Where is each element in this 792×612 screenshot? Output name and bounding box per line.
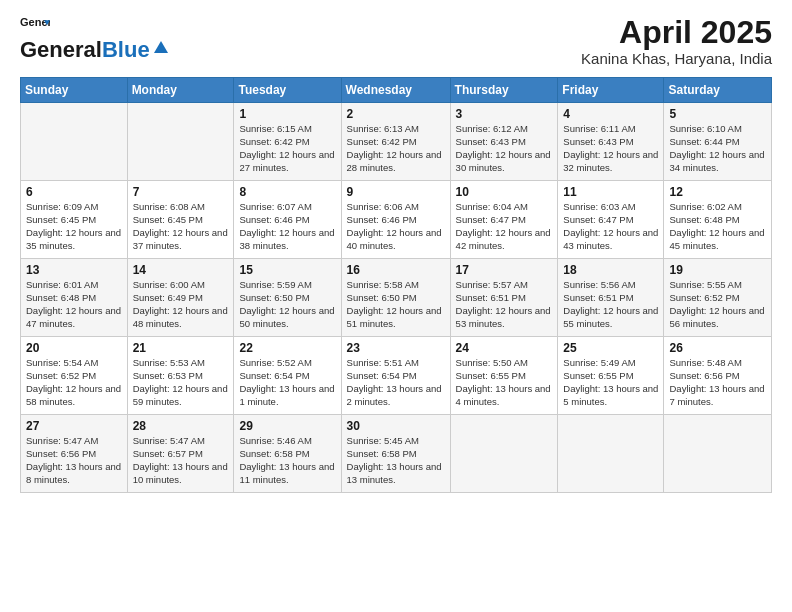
calendar-table: SundayMondayTuesdayWednesdayThursdayFrid… bbox=[20, 77, 772, 493]
logo-general: General bbox=[20, 37, 102, 63]
calendar-cell bbox=[664, 415, 772, 493]
day-info: Sunrise: 5:58 AM Sunset: 6:50 PM Dayligh… bbox=[347, 279, 445, 330]
day-number: 18 bbox=[563, 263, 658, 277]
day-info: Sunrise: 5:57 AM Sunset: 6:51 PM Dayligh… bbox=[456, 279, 553, 330]
day-info: Sunrise: 6:06 AM Sunset: 6:46 PM Dayligh… bbox=[347, 201, 445, 252]
calendar-cell: 16Sunrise: 5:58 AM Sunset: 6:50 PM Dayli… bbox=[341, 259, 450, 337]
day-number: 28 bbox=[133, 419, 229, 433]
day-info: Sunrise: 6:02 AM Sunset: 6:48 PM Dayligh… bbox=[669, 201, 766, 252]
day-number: 13 bbox=[26, 263, 122, 277]
calendar-cell: 26Sunrise: 5:48 AM Sunset: 6:56 PM Dayli… bbox=[664, 337, 772, 415]
day-info: Sunrise: 5:56 AM Sunset: 6:51 PM Dayligh… bbox=[563, 279, 658, 330]
day-number: 20 bbox=[26, 341, 122, 355]
day-number: 27 bbox=[26, 419, 122, 433]
calendar-header-row: SundayMondayTuesdayWednesdayThursdayFrid… bbox=[21, 78, 772, 103]
calendar-cell: 21Sunrise: 5:53 AM Sunset: 6:53 PM Dayli… bbox=[127, 337, 234, 415]
calendar-cell: 20Sunrise: 5:54 AM Sunset: 6:52 PM Dayli… bbox=[21, 337, 128, 415]
day-number: 16 bbox=[347, 263, 445, 277]
title-area: April 2025 Kanina Khas, Haryana, India bbox=[581, 15, 772, 67]
calendar-cell bbox=[21, 103, 128, 181]
calendar-cell: 3Sunrise: 6:12 AM Sunset: 6:43 PM Daylig… bbox=[450, 103, 558, 181]
calendar-cell bbox=[127, 103, 234, 181]
calendar-header-tuesday: Tuesday bbox=[234, 78, 341, 103]
calendar-cell: 6Sunrise: 6:09 AM Sunset: 6:45 PM Daylig… bbox=[21, 181, 128, 259]
calendar-header-friday: Friday bbox=[558, 78, 664, 103]
day-info: Sunrise: 6:07 AM Sunset: 6:46 PM Dayligh… bbox=[239, 201, 335, 252]
calendar-header-wednesday: Wednesday bbox=[341, 78, 450, 103]
day-number: 25 bbox=[563, 341, 658, 355]
day-number: 14 bbox=[133, 263, 229, 277]
day-info: Sunrise: 5:47 AM Sunset: 6:56 PM Dayligh… bbox=[26, 435, 122, 486]
day-number: 23 bbox=[347, 341, 445, 355]
day-number: 30 bbox=[347, 419, 445, 433]
calendar-header-thursday: Thursday bbox=[450, 78, 558, 103]
calendar-week-row: 27Sunrise: 5:47 AM Sunset: 6:56 PM Dayli… bbox=[21, 415, 772, 493]
day-info: Sunrise: 5:54 AM Sunset: 6:52 PM Dayligh… bbox=[26, 357, 122, 408]
calendar-cell: 27Sunrise: 5:47 AM Sunset: 6:56 PM Dayli… bbox=[21, 415, 128, 493]
calendar-cell: 8Sunrise: 6:07 AM Sunset: 6:46 PM Daylig… bbox=[234, 181, 341, 259]
calendar-cell: 14Sunrise: 6:00 AM Sunset: 6:49 PM Dayli… bbox=[127, 259, 234, 337]
logo-triangle-icon bbox=[152, 39, 170, 57]
day-info: Sunrise: 5:51 AM Sunset: 6:54 PM Dayligh… bbox=[347, 357, 445, 408]
day-number: 15 bbox=[239, 263, 335, 277]
day-info: Sunrise: 5:48 AM Sunset: 6:56 PM Dayligh… bbox=[669, 357, 766, 408]
calendar-cell: 5Sunrise: 6:10 AM Sunset: 6:44 PM Daylig… bbox=[664, 103, 772, 181]
day-number: 1 bbox=[239, 107, 335, 121]
calendar-cell: 12Sunrise: 6:02 AM Sunset: 6:48 PM Dayli… bbox=[664, 181, 772, 259]
day-number: 8 bbox=[239, 185, 335, 199]
day-info: Sunrise: 6:15 AM Sunset: 6:42 PM Dayligh… bbox=[239, 123, 335, 174]
page: General GeneralBlue April 2025 Kanina Kh… bbox=[0, 0, 792, 612]
day-number: 24 bbox=[456, 341, 553, 355]
calendar-header-saturday: Saturday bbox=[664, 78, 772, 103]
calendar-week-row: 6Sunrise: 6:09 AM Sunset: 6:45 PM Daylig… bbox=[21, 181, 772, 259]
day-number: 22 bbox=[239, 341, 335, 355]
day-number: 11 bbox=[563, 185, 658, 199]
calendar-cell: 7Sunrise: 6:08 AM Sunset: 6:45 PM Daylig… bbox=[127, 181, 234, 259]
logo-blue: Blue bbox=[102, 37, 150, 63]
day-info: Sunrise: 6:08 AM Sunset: 6:45 PM Dayligh… bbox=[133, 201, 229, 252]
day-info: Sunrise: 6:03 AM Sunset: 6:47 PM Dayligh… bbox=[563, 201, 658, 252]
calendar-cell: 28Sunrise: 5:47 AM Sunset: 6:57 PM Dayli… bbox=[127, 415, 234, 493]
day-info: Sunrise: 5:49 AM Sunset: 6:55 PM Dayligh… bbox=[563, 357, 658, 408]
day-number: 3 bbox=[456, 107, 553, 121]
day-info: Sunrise: 5:52 AM Sunset: 6:54 PM Dayligh… bbox=[239, 357, 335, 408]
calendar-cell bbox=[450, 415, 558, 493]
calendar-cell: 9Sunrise: 6:06 AM Sunset: 6:46 PM Daylig… bbox=[341, 181, 450, 259]
calendar-week-row: 20Sunrise: 5:54 AM Sunset: 6:52 PM Dayli… bbox=[21, 337, 772, 415]
calendar-cell: 22Sunrise: 5:52 AM Sunset: 6:54 PM Dayli… bbox=[234, 337, 341, 415]
calendar-cell: 2Sunrise: 6:13 AM Sunset: 6:42 PM Daylig… bbox=[341, 103, 450, 181]
day-number: 4 bbox=[563, 107, 658, 121]
day-number: 19 bbox=[669, 263, 766, 277]
calendar-cell: 4Sunrise: 6:11 AM Sunset: 6:43 PM Daylig… bbox=[558, 103, 664, 181]
calendar-cell: 19Sunrise: 5:55 AM Sunset: 6:52 PM Dayli… bbox=[664, 259, 772, 337]
day-info: Sunrise: 5:47 AM Sunset: 6:57 PM Dayligh… bbox=[133, 435, 229, 486]
svg-marker-2 bbox=[154, 41, 168, 53]
day-number: 9 bbox=[347, 185, 445, 199]
logo: General GeneralBlue bbox=[20, 15, 170, 63]
day-number: 5 bbox=[669, 107, 766, 121]
calendar-cell bbox=[558, 415, 664, 493]
day-info: Sunrise: 6:11 AM Sunset: 6:43 PM Dayligh… bbox=[563, 123, 658, 174]
calendar-cell: 23Sunrise: 5:51 AM Sunset: 6:54 PM Dayli… bbox=[341, 337, 450, 415]
day-info: Sunrise: 6:09 AM Sunset: 6:45 PM Dayligh… bbox=[26, 201, 122, 252]
day-number: 2 bbox=[347, 107, 445, 121]
day-number: 10 bbox=[456, 185, 553, 199]
month-title: April 2025 bbox=[581, 15, 772, 50]
calendar-cell: 1Sunrise: 6:15 AM Sunset: 6:42 PM Daylig… bbox=[234, 103, 341, 181]
day-info: Sunrise: 6:10 AM Sunset: 6:44 PM Dayligh… bbox=[669, 123, 766, 174]
calendar-cell: 30Sunrise: 5:45 AM Sunset: 6:58 PM Dayli… bbox=[341, 415, 450, 493]
day-info: Sunrise: 6:01 AM Sunset: 6:48 PM Dayligh… bbox=[26, 279, 122, 330]
day-info: Sunrise: 5:50 AM Sunset: 6:55 PM Dayligh… bbox=[456, 357, 553, 408]
day-info: Sunrise: 6:04 AM Sunset: 6:47 PM Dayligh… bbox=[456, 201, 553, 252]
calendar-header-sunday: Sunday bbox=[21, 78, 128, 103]
calendar-week-row: 13Sunrise: 6:01 AM Sunset: 6:48 PM Dayli… bbox=[21, 259, 772, 337]
day-info: Sunrise: 5:55 AM Sunset: 6:52 PM Dayligh… bbox=[669, 279, 766, 330]
header: General GeneralBlue April 2025 Kanina Kh… bbox=[20, 15, 772, 67]
day-number: 7 bbox=[133, 185, 229, 199]
day-info: Sunrise: 5:53 AM Sunset: 6:53 PM Dayligh… bbox=[133, 357, 229, 408]
calendar-cell: 24Sunrise: 5:50 AM Sunset: 6:55 PM Dayli… bbox=[450, 337, 558, 415]
day-number: 6 bbox=[26, 185, 122, 199]
calendar-cell: 11Sunrise: 6:03 AM Sunset: 6:47 PM Dayli… bbox=[558, 181, 664, 259]
calendar-cell: 13Sunrise: 6:01 AM Sunset: 6:48 PM Dayli… bbox=[21, 259, 128, 337]
day-info: Sunrise: 6:13 AM Sunset: 6:42 PM Dayligh… bbox=[347, 123, 445, 174]
